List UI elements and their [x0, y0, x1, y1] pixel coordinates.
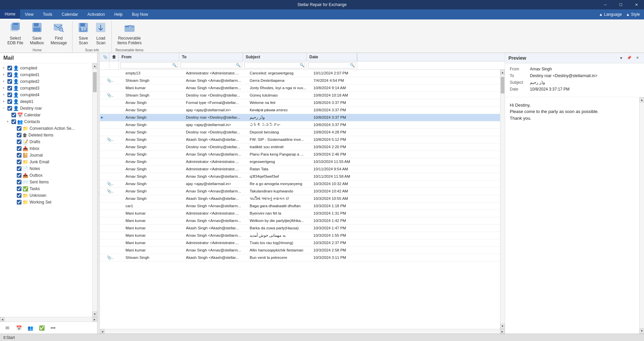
email-row[interactable]: Arnav SinghAdministrator <Administrator.… — [100, 166, 500, 173]
email-row[interactable]: 📎Arnav SinghArnav Singh <Arnav@stellarm.… — [100, 188, 500, 195]
load-scan-button[interactable]: LoadScan — [93, 21, 109, 47]
email-hscroll-track[interactable] — [105, 329, 500, 334]
tree-expand-corrupted[interactable]: + — [3, 66, 7, 70]
email-row[interactable]: Mani kumarArnav Singh <Arnav@stellarm...… — [100, 217, 500, 225]
header-to[interactable]: To — [179, 53, 243, 61]
maximize-button[interactable]: ☐ — [613, 0, 629, 9]
email-row[interactable]: empty13Administrator <Administrator....C… — [100, 70, 500, 77]
tree-item-corrupted[interactable]: + 👤 corrupted — [0, 65, 92, 71]
tree-check-corrupted2[interactable] — [7, 79, 12, 84]
preview-pin[interactable]: 📌 — [626, 55, 633, 61]
header-date[interactable]: Date — [307, 53, 357, 61]
tree-item-contacts[interactable]: + 👥 Contacts — [0, 118, 92, 125]
minimize-button[interactable]: ─ — [598, 0, 613, 9]
email-scroll-track[interactable] — [500, 75, 505, 324]
email-row[interactable]: ▶Arnav SinghDestiny roar <Destiny@stella… — [100, 114, 500, 121]
tree-check-calendar[interactable] — [11, 113, 16, 117]
menu-activation[interactable]: Activation — [83, 9, 110, 19]
email-row[interactable]: 📎Arnav Singhajay <ajay@stellarmail.in>Re… — [100, 180, 500, 188]
tree-item-tasks[interactable]: ✅ Tasks — [0, 185, 92, 192]
sidebar-scroll-right[interactable]: ► — [92, 317, 97, 322]
tree-expand-corrupted1[interactable]: + — [3, 73, 7, 76]
email-scroll-down[interactable]: ▼ — [500, 324, 505, 329]
tree-item-destiny-roar[interactable]: − 👤 Destiny roar — [0, 105, 92, 112]
tree-check-outbox[interactable] — [17, 173, 21, 178]
tree-check-drafts[interactable] — [17, 139, 21, 144]
nav-mail[interactable]: ✉ — [3, 323, 12, 333]
tree-item-journal[interactable]: 📔 Journal — [0, 152, 92, 159]
tree-item-working-set[interactable]: 📁 Working Set — [0, 199, 92, 206]
tree-check-deleted[interactable] — [17, 133, 21, 137]
filter-to-input[interactable] — [181, 62, 241, 68]
email-row[interactable]: Arnav SinghAdministrator <Administrator.… — [100, 158, 500, 166]
email-row[interactable]: car1Arnav Singh <Arnav@stellarm...Baga g… — [100, 203, 500, 210]
tree-item-conversation[interactable]: 📁 Conversation Action Se... — [0, 125, 92, 132]
nav-more[interactable]: ••• — [48, 323, 58, 333]
sidebar-scroll-down[interactable]: ▼ — [93, 311, 97, 317]
nav-contacts[interactable]: 👥 — [26, 323, 35, 333]
header-attach[interactable]: 📎 — [100, 53, 109, 61]
menu-help[interactable]: Help — [110, 9, 128, 19]
filter-date-input[interactable] — [308, 62, 355, 68]
tree-expand-corrupted3[interactable]: + — [3, 86, 7, 90]
menu-calendar[interactable]: Calendar — [57, 9, 83, 19]
tree-check-junk[interactable] — [17, 160, 21, 164]
close-button[interactable]: ✕ — [629, 0, 644, 9]
find-message-button[interactable]: FindMessage — [48, 21, 70, 47]
email-row[interactable]: Mani kumarAdministrator <Administrator..… — [100, 210, 500, 217]
save-mailbox-button[interactable]: SaveMailbox — [27, 21, 46, 47]
menu-view[interactable]: View — [20, 9, 38, 19]
recoverable-items-button[interactable]: RecoverableItems Folders — [114, 21, 144, 47]
menu-tools[interactable]: Tools — [38, 9, 57, 19]
email-row[interactable]: 📎Shivam SinghArnav Singh <Arnav@stellarm… — [100, 77, 500, 84]
tree-check-corrupted1[interactable] — [7, 72, 12, 77]
tree-check-corrupted[interactable] — [7, 66, 12, 70]
email-scroll-up[interactable]: ▲ — [500, 70, 505, 75]
tree-check-corrupted4[interactable] — [7, 93, 12, 97]
email-row[interactable]: Arnav Singhajay <ajay@stellarmail.in>Кич… — [100, 107, 500, 114]
preview-dropdown[interactable]: ▼ — [618, 55, 625, 61]
tree-check-deepti1[interactable] — [7, 99, 12, 104]
tree-check-destiny[interactable] — [7, 106, 12, 111]
style-menu[interactable]: ▲ Style — [626, 12, 640, 17]
email-row[interactable]: Mani kumarArnav Singh <Arnav@stellarm...… — [100, 232, 500, 239]
email-row[interactable]: Mani kumarAdministrator <Administrator..… — [100, 239, 500, 247]
tree-expand-corrupted2[interactable]: + — [3, 79, 7, 83]
tree-check-conversation[interactable] — [17, 126, 21, 131]
tree-item-corrupted3[interactable]: + 👤 corrupted3 — [0, 85, 92, 92]
email-row[interactable]: 📎Arnav SinghAkash Singh <Akash@stellar..… — [100, 136, 500, 144]
tree-expand-contacts[interactable]: + — [7, 120, 11, 123]
tree-check-working-set[interactable] — [17, 200, 21, 205]
menu-buynow[interactable]: Buy Now — [127, 9, 153, 19]
tree-expand-destiny[interactable]: − — [3, 106, 7, 110]
email-row[interactable]: 📎Shivam SinghAkash Singh <Akash@stellar.… — [100, 254, 500, 262]
preview-scrollbar[interactable]: ▲ ▼ — [639, 97, 644, 334]
email-row[interactable]: Arnav SinghArnav Singh <Arnav@stellarm..… — [100, 173, 500, 180]
email-row[interactable]: Mani kumarArnav Singh <Arnav@stellarm...… — [100, 247, 500, 254]
tree-expand-corrupted4[interactable]: + — [3, 93, 7, 97]
email-scroll-right[interactable]: ► — [500, 329, 505, 334]
email-scroll-thumb[interactable] — [501, 77, 504, 94]
sidebar-scroll-track[interactable] — [93, 69, 97, 311]
email-row[interactable]: Mani kumarArnav Singh <Arnav@stellarm...… — [100, 84, 500, 92]
tree-check-contacts[interactable] — [11, 119, 16, 124]
tree-item-calendar[interactable]: 📅 Calendar — [0, 112, 92, 118]
preview-scroll-up[interactable]: ▲ — [640, 97, 644, 103]
tree-check-journal[interactable] — [17, 153, 21, 158]
email-row[interactable]: Arnav SinghDestiny roar <Destiny@stellar… — [100, 144, 500, 151]
tree-expand-deepti1[interactable]: + — [3, 100, 7, 103]
tree-item-drafts[interactable]: 📝 Drafts — [0, 138, 92, 145]
nav-calendar[interactable]: 📅 — [14, 323, 23, 333]
preview-close[interactable]: ✕ — [634, 55, 641, 61]
tree-item-notes[interactable]: 📄 Notes — [0, 165, 92, 172]
tree-check-sent[interactable] — [17, 180, 21, 184]
tree-item-inbox[interactable]: 📥 Inbox — [0, 145, 92, 152]
nav-tasks[interactable]: ✅ — [37, 323, 46, 333]
save-scan-button[interactable]: SV SaveScan — [75, 21, 91, 47]
tree-check-corrupted3[interactable] — [7, 86, 12, 91]
select-edb-button[interactable]: SelectEDB File — [5, 21, 26, 47]
tree-item-corrupted1[interactable]: + 👤 corrupted1 — [0, 71, 92, 78]
tree-item-outbox[interactable]: 📤 Outbox — [0, 172, 92, 179]
tree-check-notes[interactable] — [17, 166, 21, 171]
tree-item-sent[interactable]: 📨 Sent Items — [0, 179, 92, 185]
